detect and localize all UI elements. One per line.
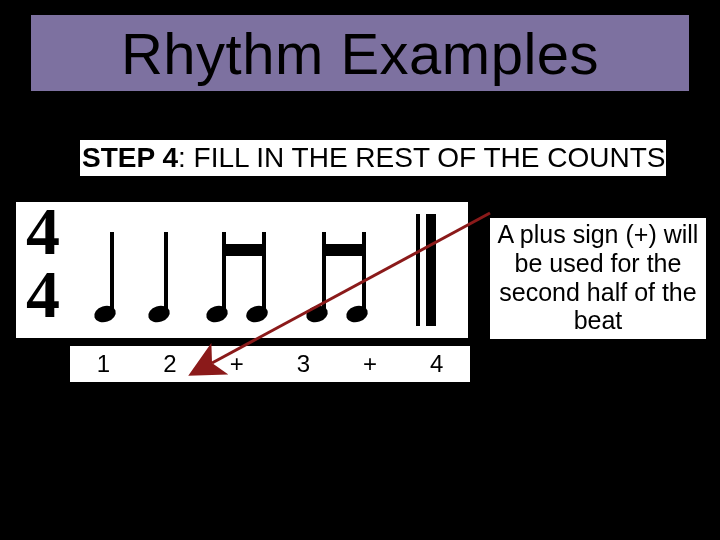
- step-instruction: STEP 4: FILL IN THE REST OF THE COUNTS.: [80, 140, 666, 176]
- counts-row: 1 2 + 3 + 4: [70, 346, 470, 382]
- count-cell: 2: [137, 346, 204, 382]
- time-signature-bottom: 4: [26, 263, 60, 326]
- count-cell: 4: [403, 346, 470, 382]
- notes-group: [84, 202, 444, 338]
- slide: Rhythm Examples STEP 4: FILL IN THE REST…: [0, 0, 720, 540]
- time-signature: 4 4: [26, 200, 60, 325]
- step-label: STEP 4: [82, 142, 178, 173]
- title-box: Rhythm Examples: [28, 12, 692, 94]
- count-cell: 3: [270, 346, 337, 382]
- count-cell: +: [203, 346, 270, 382]
- time-signature-top: 4: [26, 200, 60, 263]
- slide-title: Rhythm Examples: [121, 20, 599, 87]
- explanation-text: A plus sign (+) will be used for the sec…: [490, 218, 706, 339]
- count-cell: +: [337, 346, 404, 382]
- count-cell: 1: [70, 346, 137, 382]
- step-text: : FILL IN THE REST OF THE COUNTS.: [178, 142, 673, 173]
- music-measure: 4 4: [14, 200, 470, 340]
